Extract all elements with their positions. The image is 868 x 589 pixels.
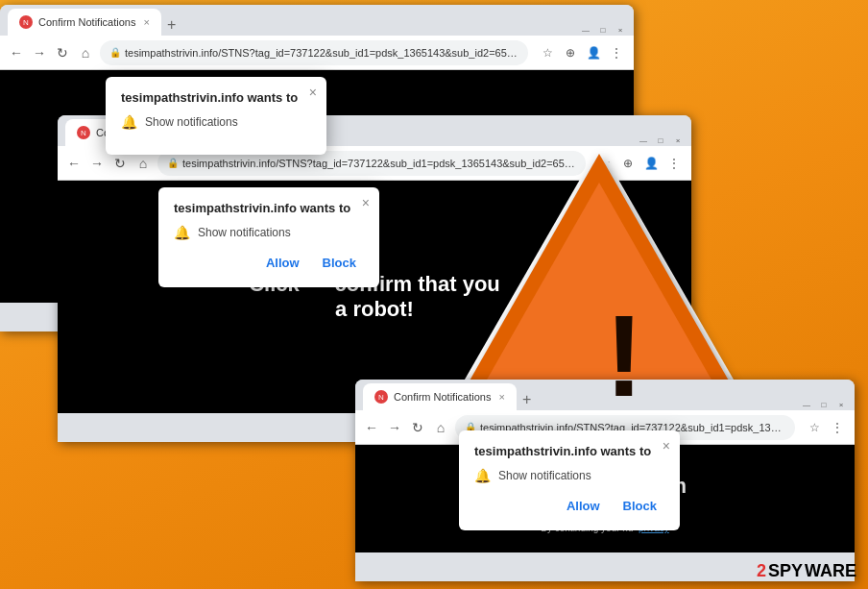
nav-reload-mid[interactable]: ↻ — [111, 156, 129, 171]
tab-favicon-mid: N — [77, 126, 90, 139]
watermark-ware: WARE — [805, 561, 856, 581]
win-controls-front: — □ × — [801, 399, 847, 410]
address-text-back: tesimpathstrivin.info/STNS?tag_id=737122… — [125, 47, 518, 59]
nav-forward-back[interactable]: → — [31, 45, 48, 61]
notif-popup-mid-item: 🔔 Show notifications — [174, 225, 364, 240]
nav-home-front[interactable]: ⌂ — [432, 420, 449, 435]
win-min-mid[interactable]: — — [638, 135, 649, 146]
allow-button-mid[interactable]: Allow — [258, 252, 307, 274]
win-controls-mid: — □ × — [638, 135, 684, 146]
star-icon-front[interactable]: ☆ — [805, 418, 824, 437]
notif-popup-mid-title: tesimpathstrivin.info wants to — [174, 201, 364, 215]
active-tab-back[interactable]: N Confirm Notifications × — [8, 9, 161, 36]
block-button-mid[interactable]: Block — [315, 252, 364, 274]
notif-buttons-front: Allow Block — [474, 495, 664, 517]
bell-icon-front: 🔔 — [474, 468, 491, 483]
address-bar-row-back: ← → ↻ ⌂ 🔒 tesimpathstrivin.info/STNS?tag… — [0, 36, 634, 70]
profile-icon-back[interactable]: 👤 — [584, 43, 603, 62]
watermark-2: 2 — [757, 561, 766, 581]
nav-forward-mid[interactable]: → — [88, 156, 106, 171]
address-input-back[interactable]: 🔒 tesimpathstrivin.info/STNS?tag_id=7371… — [100, 40, 528, 65]
warning-exclamation: ! — [605, 298, 643, 413]
win-close-back[interactable]: × — [615, 24, 626, 36]
win-max-back[interactable]: □ — [597, 24, 609, 36]
tab-close-back[interactable]: × — [144, 16, 150, 28]
new-tab-btn-back[interactable]: + — [167, 16, 176, 36]
active-tab-front[interactable]: N Confirm Notifications × — [363, 383, 517, 410]
notif-popup-back: tesimpathstrivin.info wants to × 🔔 Show … — [106, 77, 326, 155]
watermark: 2 SPY WARE — [757, 561, 856, 581]
tab-favicon-back: N — [19, 15, 33, 29]
nav-reload-back[interactable]: ↻ — [54, 45, 71, 61]
win-close-mid[interactable]: × — [672, 135, 684, 146]
win-controls-back: — □ × — [580, 24, 626, 36]
notif-popup-mid-close[interactable]: × — [362, 195, 370, 210]
lock-icon-back: 🔒 — [109, 47, 121, 58]
notif-popup-front-item: 🔔 Show notifications — [474, 468, 664, 483]
notif-popup-back-title: tesimpathstrivin.info wants to — [121, 90, 311, 105]
tab-title-front: Confirm Notifications — [394, 391, 491, 403]
bell-icon-mid: 🔔 — [174, 225, 190, 240]
tab-title-back: Confirm Notifications — [38, 16, 135, 28]
new-tab-btn-front[interactable]: + — [522, 391, 531, 410]
notif-popup-front: tesimpathstrivin.info wants to × 🔔 Show … — [459, 430, 680, 530]
tab-bar-back: N Confirm Notifications × + — □ × — [0, 5, 634, 36]
tab-close-front[interactable]: × — [499, 391, 505, 403]
ext-icon-back[interactable]: ⊕ — [561, 43, 580, 62]
notif-popup-front-item-text: Show notifications — [498, 469, 591, 482]
lock-icon-mid: 🔒 — [167, 158, 179, 168]
watermark-spy: SPY — [768, 561, 803, 581]
win-min-front[interactable]: — — [801, 399, 812, 410]
tab-favicon-front: N — [374, 390, 388, 404]
win-min-back[interactable]: — — [580, 24, 591, 36]
nav-back-mid[interactable]: ← — [65, 156, 83, 171]
notif-popup-mid-item-text: Show notifications — [198, 226, 291, 239]
star-icon-back[interactable]: ☆ — [538, 43, 557, 62]
notif-popup-front-close[interactable]: × — [663, 438, 670, 454]
win-max-front[interactable]: □ — [818, 399, 830, 410]
bell-icon-back: 🔔 — [121, 114, 137, 130]
menu-icon-back[interactable]: ⋮ — [607, 43, 626, 62]
win-close-front[interactable]: × — [835, 399, 847, 410]
notif-popup-back-item: 🔔 Show notifications — [121, 114, 311, 130]
notif-popup-back-item-text: Show notifications — [145, 115, 238, 129]
nav-back-front[interactable]: ← — [363, 420, 380, 435]
win-max-mid[interactable]: □ — [655, 135, 666, 146]
nav-back-back[interactable]: ← — [8, 45, 25, 61]
notif-buttons-mid: Allow Block — [174, 252, 364, 274]
notif-popup-back-close[interactable]: × — [309, 85, 317, 100]
nav-home-back[interactable]: ⌂ — [77, 45, 94, 61]
nav-forward-front[interactable]: → — [386, 420, 403, 435]
notif-popup-front-title: tesimpathstrivin.info wants to — [474, 444, 664, 458]
toolbar-icons-front: ☆ ⋮ — [805, 418, 847, 437]
nav-reload-front[interactable]: ↻ — [409, 420, 426, 435]
allow-button-front[interactable]: Allow — [559, 495, 608, 517]
block-button-front[interactable]: Block — [615, 495, 664, 517]
nav-home-mid[interactable]: ⌂ — [134, 156, 152, 171]
menu-icon-front[interactable]: ⋮ — [828, 418, 847, 437]
notif-popup-mid: tesimpathstrivin.info wants to × 🔔 Show … — [158, 187, 379, 287]
toolbar-icons-back: ☆ ⊕ 👤 ⋮ — [538, 43, 626, 62]
